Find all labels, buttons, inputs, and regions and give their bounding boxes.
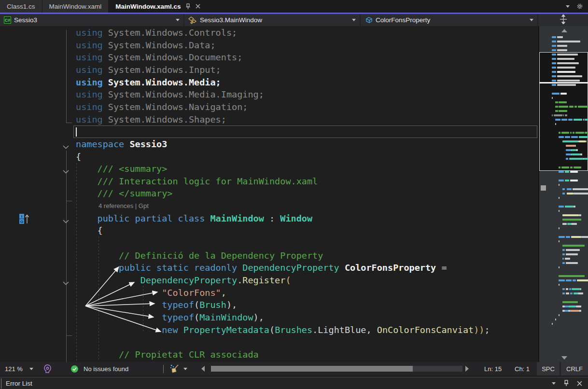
- intellicode-icon[interactable]: [43, 362, 52, 375]
- hscroll-left-arrow[interactable]: [201, 362, 205, 375]
- code-line[interactable]: /// Interaction logic for MainWindow.xam…: [76, 175, 318, 188]
- code-line[interactable]: /// </summary>: [76, 187, 172, 200]
- code-line[interactable]: // Definició de la Dependency Property: [76, 250, 323, 262]
- minimap-line: [565, 114, 567, 116]
- code-line[interactable]: namespace Sessio3: [76, 138, 167, 151]
- horizontal-scrollbar-thumb[interactable]: [211, 366, 413, 372]
- scroll-down-arrow[interactable]: [539, 353, 588, 362]
- svg-text:I: I: [21, 214, 22, 219]
- minimap-line: [552, 114, 553, 116]
- minimap-line: [557, 54, 578, 56]
- code-line[interactable]: /// <summary>: [76, 163, 167, 175]
- code-line[interactable]: using System.Windows.Documents;: [76, 51, 242, 64]
- code-line[interactable]: new PropertyMetadata(Brushes.LightBlue, …: [76, 324, 490, 336]
- code-line[interactable]: typeof(MainWindow),: [76, 311, 264, 324]
- code-cleanup-button[interactable]: [170, 362, 187, 375]
- minimap-line: [586, 140, 587, 142]
- panel-pin-icon[interactable]: [563, 380, 569, 387]
- panel-close-icon[interactable]: [577, 381, 582, 386]
- minimap-line: [565, 136, 570, 138]
- minimap-line: [562, 253, 565, 255]
- tab-class1[interactable]: Class1.cs: [0, 0, 42, 13]
- code-line[interactable]: public partial class MainWindow : Window: [76, 212, 312, 225]
- minimap-line: [552, 45, 556, 47]
- minimap-line: [573, 132, 574, 134]
- column-indicator[interactable]: Ch: 1: [515, 362, 530, 375]
- minimap-line: [571, 136, 578, 138]
- minimap-line: [559, 236, 565, 238]
- document-health[interactable]: No issues found: [70, 362, 128, 375]
- minimap-scrollbar[interactable]: [538, 26, 588, 362]
- pin-icon[interactable]: [185, 3, 191, 10]
- minimap-line: [555, 319, 556, 320]
- zoom-control[interactable]: 121 %: [5, 362, 33, 375]
- code-line[interactable]: using System.Windows.Input;: [76, 64, 221, 76]
- project-dropdown[interactable]: C# Sessio3: [0, 14, 184, 26]
- close-icon[interactable]: [196, 4, 200, 9]
- minimap-line: [569, 158, 583, 160]
- code-editor[interactable]: I O using System.Windows.Controls;using …: [0, 26, 538, 362]
- code-cleanup-broom-icon: [170, 364, 180, 374]
- line-indicator[interactable]: Ln: 15: [484, 362, 502, 375]
- member-name: ColorFonsProperty: [376, 16, 430, 24]
- scroll-up-arrow[interactable]: [539, 26, 588, 35]
- minimap-line: [579, 310, 581, 312]
- fold-chevron-icon[interactable]: [63, 142, 70, 147]
- minimap-line: [571, 223, 577, 225]
- code-line[interactable]: using System.Windows.Media.Imaging;: [76, 88, 264, 101]
- fold-chevron-icon[interactable]: [63, 278, 70, 283]
- hscroll-right-arrow[interactable]: [465, 362, 469, 375]
- code-line[interactable]: {: [76, 151, 81, 163]
- minimap-line: [559, 279, 565, 281]
- horizontal-scrollbar[interactable]: [211, 366, 462, 372]
- code-line[interactable]: using System.Windows.Navigation;: [76, 101, 248, 113]
- chevron-down-icon: [176, 19, 180, 21]
- code-line[interactable]: "ColorFons",: [76, 287, 226, 299]
- minimap-line: [559, 184, 560, 186]
- minimap-line: [559, 210, 560, 212]
- line-ending-indicator[interactable]: CRLF: [561, 362, 588, 375]
- tab-mainwindow-xaml-cs[interactable]: MainWindow.xaml.cs: [109, 0, 208, 13]
- member-dropdown[interactable]: ColorFonsProperty: [361, 14, 538, 26]
- settings-gear-icon[interactable]: [576, 3, 583, 10]
- code-line[interactable]: using System.Windows.Media;: [76, 76, 221, 89]
- minimap-line: [566, 149, 571, 151]
- minimap-line: [578, 106, 588, 108]
- tab-list-chevron-icon[interactable]: [566, 5, 570, 8]
- code-line[interactable]: DependencyProperty.Register(: [76, 274, 291, 287]
- fold-chevron-icon[interactable]: [63, 217, 70, 222]
- minimap-line: [566, 279, 572, 281]
- code-line[interactable]: // Propietat CLR associada: [76, 348, 259, 361]
- code-line[interactable]: {: [76, 224, 103, 237]
- inheritance-margin-icon[interactable]: I O: [19, 214, 35, 224]
- minimap-line: [557, 67, 575, 69]
- code-line[interactable]: using System.Windows.Controls;: [76, 27, 237, 39]
- minimap-line: [562, 258, 564, 260]
- code-line[interactable]: using System.Windows.Data;: [76, 39, 216, 52]
- codelens-indicator[interactable]: 4 references | Gpt: [0, 200, 149, 212]
- minimap-line: [565, 310, 568, 312]
- minimap-line: [559, 206, 564, 208]
- code-line[interactable]: using System.Windows.Shapes;: [76, 113, 226, 126]
- minimap-line: [562, 301, 578, 303]
- split-editor-button[interactable]: [538, 14, 588, 26]
- insert-mode-indicator[interactable]: SPC: [537, 362, 560, 375]
- zoom-level: 121 %: [5, 365, 23, 373]
- minimap-line: [565, 306, 568, 307]
- minimap-line: [557, 80, 580, 82]
- outline-scope-line: [66, 151, 67, 362]
- minimap-line: [574, 106, 577, 108]
- panel-chevron-icon[interactable]: [552, 382, 556, 385]
- code-line[interactable]: typeof(Brush),: [76, 299, 237, 311]
- minimap-line: [566, 158, 568, 160]
- outline-scope-line: [66, 30, 67, 123]
- minimap-line: [584, 158, 588, 160]
- navigation-bar: C# Sessio3 Sessio3.MainWindow ColorFonsP…: [0, 14, 588, 26]
- fold-chevron-icon[interactable]: [63, 167, 70, 172]
- type-dropdown[interactable]: Sessio3.MainWindow: [184, 14, 361, 26]
- tab-mainwindow-xaml[interactable]: MainWindow.xaml: [42, 0, 109, 13]
- code-line[interactable]: public static readonly DependencyPropert…: [76, 262, 447, 274]
- minimap-line: [552, 58, 556, 60]
- minimap-line: [566, 236, 570, 238]
- minimap-line: [552, 49, 556, 51]
